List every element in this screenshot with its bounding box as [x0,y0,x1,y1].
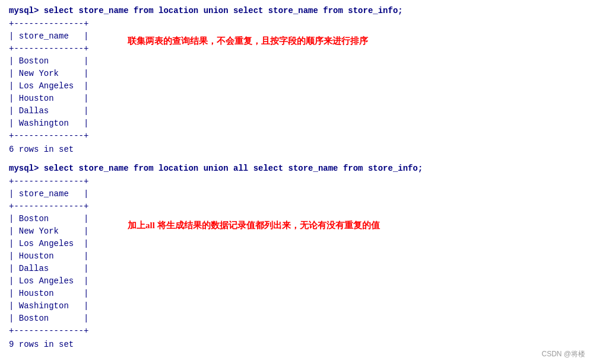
query1-row-3: | Los Angeles | [9,80,581,92]
query2-row-4: | Houston | [9,250,581,263]
query1-table-wrapper: 联集两表的查询结果，不会重复，且按字段的顺序来进行排序 +-----------… [9,18,581,142]
query1-row-1: | Boston | [9,55,581,68]
query2-row-8: | Washington | [9,300,581,312]
query2-command: mysql> select store_name from location u… [9,164,581,173]
query1-rows-info: 6 rows in set [9,145,581,154]
query2-row-7: | Houston | [9,288,581,300]
query2-row-6: | Los Angeles | [9,275,581,288]
query2-header: | store_name | [9,188,581,200]
query2-bottom-border: +--------------+ [9,325,581,337]
query2-row-5: | Dallas | [9,263,581,275]
query1-section: mysql> select store_name from location u… [9,6,581,154]
query1-row-4: | Houston | [9,92,581,105]
query2-table-wrapper: 加上all 将生成结果的数据记录值都列出来，无论有没有重复的值 +-------… [9,175,581,337]
query1-command: mysql> select store_name from location u… [9,6,581,15]
query1-top-border: +--------------+ [9,18,581,30]
query2-rows-info: 9 rows in set [9,340,581,349]
query1-annotation: 联集两表的查询结果，不会重复，且按字段的顺序来进行排序 [128,36,368,47]
query1-bottom-border: +--------------+ [9,130,581,142]
query2-sep: +--------------+ [9,200,581,213]
query2-row-9: | Boston | [9,312,581,325]
query1-row-2: | New York | [9,68,581,80]
query1-row-6: | Washington | [9,117,581,130]
query2-annotation: 加上all 将生成结果的数据记录值都列出来，无论有没有重复的值 [128,220,380,231]
query2-top-border: +--------------+ [9,175,581,188]
query1-row-5: | Dallas | [9,105,581,117]
query2-section: mysql> select store_name from location u… [9,164,581,349]
terminal: mysql> select store_name from location u… [9,6,581,349]
watermark: CSDN @将楼 [541,349,585,359]
query2-row-3: | Los Angeles | [9,238,581,250]
